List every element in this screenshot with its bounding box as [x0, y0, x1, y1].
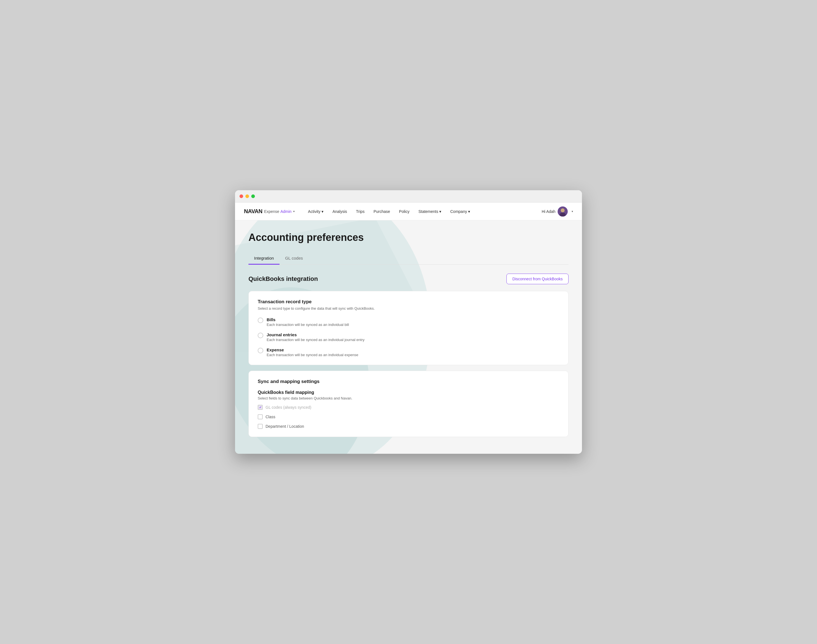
- nav-statements[interactable]: Statements ▾: [418, 209, 441, 214]
- content-area: Accounting preferences Integration GL co…: [235, 221, 582, 454]
- logo-expense-text: Expense: [264, 209, 279, 214]
- chevron-down-icon-company: ▾: [468, 209, 470, 214]
- logo-admin-text: Admin: [281, 209, 291, 214]
- navbar: NAVAN Expense Admin ▾ Activity ▾ Analysi…: [235, 202, 582, 221]
- transaction-card: Transaction record type Select a record …: [248, 291, 569, 365]
- sync-card-title: Sync and mapping settings: [258, 379, 559, 384]
- radio-bills-label: Bills: [267, 317, 349, 322]
- section-header: QuickBooks integration Disconnect from Q…: [248, 274, 569, 284]
- checkbox-group: GL codes (always synced) Class Departmen…: [258, 405, 559, 429]
- radio-journal-entries[interactable]: Journal entries Each transaction will be…: [258, 332, 559, 342]
- avatar[interactable]: [558, 207, 568, 216]
- tab-integration[interactable]: Integration: [248, 252, 279, 265]
- nav-statements-label: Statements: [418, 209, 438, 214]
- minimize-button[interactable]: [245, 195, 249, 198]
- radio-journal-label: Journal entries: [267, 332, 365, 337]
- radio-bills-desc: Each transaction will be synced as an in…: [267, 322, 349, 327]
- sync-card: Sync and mapping settings QuickBooks fie…: [248, 371, 569, 437]
- radio-group: Bills Each transaction will be synced as…: [258, 317, 559, 357]
- radio-expense-label: Expense: [267, 348, 358, 352]
- radio-expense-content: Expense Each transaction will be synced …: [267, 348, 358, 357]
- avatar-image: [558, 207, 568, 216]
- title-bar: [235, 190, 582, 202]
- radio-journal-input[interactable]: [258, 333, 263, 338]
- checkbox-department[interactable]: Department / Location: [258, 424, 559, 429]
- checkbox-gl-codes[interactable]: GL codes (always synced): [258, 405, 559, 410]
- nav-trips[interactable]: Trips: [356, 209, 365, 214]
- logo-navan-text: NAVAN: [244, 208, 262, 215]
- radio-bills-input[interactable]: [258, 317, 263, 323]
- fullscreen-button[interactable]: [251, 195, 255, 198]
- app-window: NAVAN Expense Admin ▾ Activity ▾ Analysi…: [235, 190, 582, 454]
- nav-activity[interactable]: Activity ▾: [308, 209, 323, 214]
- field-mapping-section: QuickBooks field mapping Select fields t…: [258, 390, 559, 429]
- logo[interactable]: NAVAN Expense Admin ▾: [244, 208, 294, 215]
- field-mapping-desc: Select fields to sync data between Quick…: [258, 396, 559, 400]
- user-dropdown-arrow[interactable]: ▾: [572, 210, 573, 213]
- radio-bills[interactable]: Bills Each transaction will be synced as…: [258, 317, 559, 327]
- radio-expense-desc: Each transaction will be synced as an in…: [267, 353, 358, 357]
- checkbox-class[interactable]: Class: [258, 414, 559, 419]
- checkbox-class-input[interactable]: [258, 414, 263, 419]
- tabs: Integration GL codes: [248, 252, 569, 265]
- radio-journal-desc: Each transaction will be synced as an in…: [267, 338, 365, 342]
- checkbox-gl-codes-label: GL codes (always synced): [265, 405, 311, 409]
- nav-links: Activity ▾ Analysis Trips Purchase Polic…: [308, 209, 542, 214]
- nav-purchase[interactable]: Purchase: [374, 209, 390, 214]
- user-greeting: Hi Adah: [542, 209, 555, 214]
- nav-policy[interactable]: Policy: [399, 209, 409, 214]
- close-button[interactable]: [239, 195, 243, 198]
- nav-company[interactable]: Company ▾: [450, 209, 470, 214]
- nav-analysis[interactable]: Analysis: [333, 209, 347, 214]
- svg-point-1: [561, 209, 565, 212]
- nav-right: Hi Adah ▾: [542, 207, 573, 216]
- logo-dropdown-arrow[interactable]: ▾: [293, 210, 294, 213]
- disconnect-button[interactable]: Disconnect from QuickBooks: [506, 274, 569, 284]
- nav-activity-label: Activity: [308, 209, 320, 214]
- quickbooks-section-title: QuickBooks integration: [248, 275, 318, 282]
- checkbox-gl-codes-input: [258, 405, 263, 410]
- transaction-card-title: Transaction record type: [258, 299, 559, 305]
- chevron-down-icon-statements: ▾: [439, 209, 441, 214]
- radio-expense[interactable]: Expense Each transaction will be synced …: [258, 348, 559, 357]
- page-title: Accounting preferences: [248, 232, 569, 244]
- checkbox-class-label: Class: [265, 415, 275, 419]
- checkbox-department-input[interactable]: [258, 424, 263, 429]
- checkbox-department-label: Department / Location: [265, 424, 304, 429]
- radio-bills-content: Bills Each transaction will be synced as…: [267, 317, 349, 327]
- field-mapping-title: QuickBooks field mapping: [258, 390, 559, 395]
- radio-expense-input[interactable]: [258, 348, 263, 353]
- tab-gl-codes[interactable]: GL codes: [279, 252, 309, 265]
- radio-journal-content: Journal entries Each transaction will be…: [267, 332, 365, 342]
- main-content: Accounting preferences Integration GL co…: [235, 221, 582, 454]
- nav-company-label: Company: [450, 209, 467, 214]
- transaction-card-subtitle: Select a record type to configure the da…: [258, 306, 559, 311]
- chevron-down-icon: ▾: [322, 209, 323, 214]
